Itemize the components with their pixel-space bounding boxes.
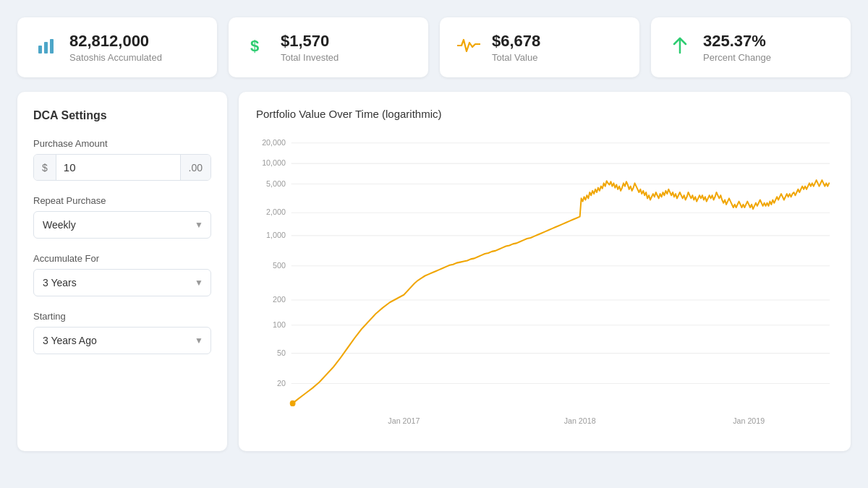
repeat-purchase-group: Repeat Purchase Weekly Daily Monthly ▼ bbox=[33, 195, 211, 239]
purchase-amount-input-row: $ .00 bbox=[33, 154, 211, 181]
svg-rect-1 bbox=[44, 42, 48, 53]
stat-card-percent-text: 325.37% Percent Change bbox=[703, 32, 771, 63]
svg-text:5,000: 5,000 bbox=[266, 179, 286, 188]
dollar-prefix: $ bbox=[34, 155, 56, 180]
starting-group: Starting 1 Year Ago 2 Years Ago 3 Years … bbox=[33, 311, 211, 354]
svg-text:50: 50 bbox=[277, 348, 286, 357]
invested-label: Total Invested bbox=[281, 52, 339, 63]
svg-text:1,000: 1,000 bbox=[266, 231, 286, 239]
accumulate-select-wrapper: 1 Year 2 Years 3 Years 5 Years ▼ bbox=[33, 269, 211, 296]
percent-value: 325.37% bbox=[703, 32, 771, 51]
dca-settings-panel: DCA Settings Purchase Amount $ .00 Repea… bbox=[17, 92, 227, 451]
stat-card-satoshis-text: 82,812,000 Satoshis Accumulated bbox=[69, 32, 162, 63]
chart-title: Portfolio Value Over Time (logarithmic) bbox=[256, 108, 833, 120]
svg-text:$: $ bbox=[250, 37, 259, 55]
dollar-icon: $ bbox=[244, 35, 271, 59]
chart-container: 20,000 10,000 5,000 2,000 1,000 500 200 … bbox=[256, 132, 833, 435]
stat-card-total-value: $6,678 Total Value bbox=[440, 17, 639, 77]
total-value-label: Total Value bbox=[492, 52, 540, 63]
percent-label: Percent Change bbox=[703, 52, 771, 63]
dca-title: DCA Settings bbox=[33, 109, 211, 122]
svg-text:2,000: 2,000 bbox=[266, 208, 286, 217]
svg-text:20: 20 bbox=[277, 379, 286, 388]
accumulate-for-group: Accumulate For 1 Year 2 Years 3 Years 5 … bbox=[33, 253, 211, 296]
accumulate-for-select[interactable]: 1 Year 2 Years 3 Years 5 Years bbox=[34, 270, 210, 296]
arrow-up-icon bbox=[667, 35, 693, 59]
repeat-purchase-select[interactable]: Weekly Daily Monthly bbox=[34, 212, 210, 238]
svg-text:10,000: 10,000 bbox=[262, 158, 286, 167]
chart-panel: Portfolio Value Over Time (logarithmic) … bbox=[239, 92, 851, 451]
satoshis-value: 82,812,000 bbox=[69, 32, 162, 51]
starting-select-wrapper: 1 Year Ago 2 Years Ago 3 Years Ago 5 Yea… bbox=[33, 327, 211, 354]
stat-card-value-text: $6,678 Total Value bbox=[492, 32, 540, 63]
svg-text:20,000: 20,000 bbox=[262, 138, 286, 147]
svg-text:200: 200 bbox=[273, 295, 286, 304]
svg-text:Jan 2019: Jan 2019 bbox=[733, 416, 765, 425]
svg-rect-2 bbox=[50, 39, 54, 53]
repeat-purchase-label: Repeat Purchase bbox=[33, 195, 211, 206]
stat-card-satoshis: 82,812,000 Satoshis Accumulated bbox=[17, 17, 217, 77]
purchase-amount-label: Purchase Amount bbox=[33, 138, 211, 149]
starting-select[interactable]: 1 Year Ago 2 Years Ago 3 Years Ago 5 Yea… bbox=[34, 328, 210, 354]
purchase-amount-input[interactable] bbox=[56, 155, 180, 180]
total-value: $6,678 bbox=[492, 32, 540, 51]
stat-cards-row: 82,812,000 Satoshis Accumulated $ $1,570… bbox=[17, 17, 851, 77]
svg-text:100: 100 bbox=[273, 320, 286, 329]
stat-card-percent: 325.37% Percent Change bbox=[651, 17, 851, 77]
svg-rect-0 bbox=[38, 46, 42, 53]
svg-text:500: 500 bbox=[273, 261, 286, 270]
chart-start-dot bbox=[290, 401, 296, 406]
svg-text:Jan 2018: Jan 2018 bbox=[564, 416, 596, 425]
bottom-section: DCA Settings Purchase Amount $ .00 Repea… bbox=[17, 92, 851, 451]
satoshis-label: Satoshis Accumulated bbox=[69, 52, 162, 63]
starting-label: Starting bbox=[33, 311, 211, 322]
stat-card-invested-text: $1,570 Total Invested bbox=[281, 32, 339, 63]
repeat-select-wrapper: Weekly Daily Monthly ▼ bbox=[33, 211, 211, 239]
purchase-amount-group: Purchase Amount $ .00 bbox=[33, 138, 211, 181]
cents-suffix: .00 bbox=[180, 155, 210, 180]
stat-card-invested: $ $1,570 Total Invested bbox=[229, 17, 428, 77]
invested-value: $1,570 bbox=[281, 32, 339, 51]
portfolio-chart: 20,000 10,000 5,000 2,000 1,000 500 200 … bbox=[256, 132, 833, 435]
bar-chart-icon bbox=[33, 35, 59, 59]
pulse-icon bbox=[456, 37, 482, 58]
svg-text:Jan 2017: Jan 2017 bbox=[388, 416, 420, 425]
accumulate-for-label: Accumulate For bbox=[33, 253, 211, 264]
chart-line bbox=[293, 181, 830, 404]
